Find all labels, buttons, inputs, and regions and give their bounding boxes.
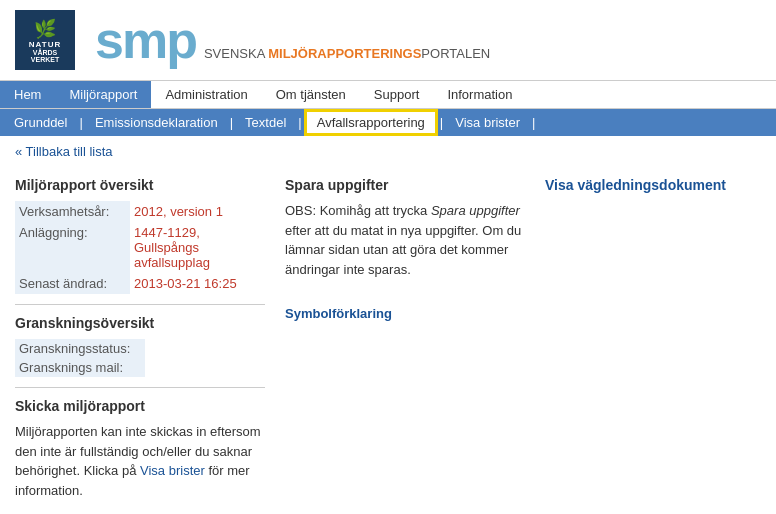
site-title: smp SVENSKA MILJÖRAPPORTERINGSPORTALEN <box>95 10 490 70</box>
tagline-before: SVENSKA <box>204 46 268 61</box>
subnav-grunddel[interactable]: Grunddel <box>4 109 77 136</box>
sub-nav: Grunddel | Emissionsdeklaration | Textde… <box>0 109 776 136</box>
logo-leaf: 🌿 <box>34 18 56 40</box>
anlaggning-value: 1447-1129, Gullspångs avfallsupplag <box>130 222 265 273</box>
logo-line2: VÅRDS <box>33 49 58 56</box>
granskningsstatus-value <box>145 339 265 358</box>
info-table: Verksamhetsår: 2012, version 1 Anläggnin… <box>15 201 265 294</box>
smp-text: smp <box>95 10 196 70</box>
anlaggning-label: Anläggning: <box>15 222 130 273</box>
tagline-after: PORTALEN <box>421 46 490 61</box>
separator-5: | <box>530 115 537 130</box>
tagline: SVENSKA MILJÖRAPPORTERINGSPORTALEN <box>204 46 490 61</box>
subnav-avfallsrapportering[interactable]: Avfallsrapportering <box>304 109 438 136</box>
anlaggning-row: Anläggning: 1447-1129, Gullspångs avfall… <box>15 222 265 273</box>
granskningsstatus-label: Granskningsstatus: <box>15 339 145 358</box>
gransknings-table: Granskningsstatus: Gransknings mail: <box>15 339 265 377</box>
right-column: Visa vägledningsdokument <box>545 177 761 500</box>
spara-italic: Spara uppgifter <box>431 203 520 218</box>
symbol-link[interactable]: Symbolförklaring <box>285 306 392 321</box>
granskningsmail-value <box>145 358 265 377</box>
back-link[interactable]: « Tillbaka till lista <box>15 144 113 159</box>
spara-text-1: OBS: Komihåg att trycka <box>285 203 431 218</box>
separator-1: | <box>77 115 84 130</box>
verksamhetsår-label: Verksamhetsår: <box>15 201 130 222</box>
verksamhetsår-row: Verksamhetsår: 2012, version 1 <box>15 201 265 222</box>
mid-column: Spara uppgifter OBS: Komihåg att trycka … <box>285 177 525 500</box>
separator-3: | <box>296 115 303 130</box>
logo-line1: NATUR <box>29 40 61 49</box>
tagline-highlight: MILJÖRAPPORTERINGS <box>268 46 421 61</box>
subnav-emissionsdeklaration[interactable]: Emissionsdeklaration <box>85 109 228 136</box>
section-miljorapport-title: Miljörapport översikt <box>15 177 265 193</box>
subnav-visa-brister[interactable]: Visa brister <box>445 109 530 136</box>
divider-1 <box>15 304 265 305</box>
logo: 🌿 NATUR VÅRDS VERKET <box>15 10 75 70</box>
divider-2 <box>15 387 265 388</box>
visa-vagledning-link[interactable]: Visa vägledningsdokument <box>545 177 726 193</box>
section-spara-title: Spara uppgifter <box>285 177 525 193</box>
main-content: Miljörapport översikt Verksamhetsår: 201… <box>0 167 776 510</box>
logo-line3: VERKET <box>31 56 59 63</box>
senast-row: Senast ändrad: 2013-03-21 16:25 <box>15 273 265 294</box>
spara-text-2: efter att du matat in nya uppgifter. Om … <box>285 223 521 277</box>
nav-item-omtjansten[interactable]: Om tjänsten <box>262 81 360 108</box>
send-text: Miljörapporten kan inte skickas in efter… <box>15 422 265 500</box>
separator-2: | <box>228 115 235 130</box>
section-skicka-title: Skicka miljörapport <box>15 398 265 414</box>
main-nav: Hem Miljörapport Administration Om tjäns… <box>0 80 776 109</box>
senast-label: Senast ändrad: <box>15 273 130 294</box>
nav-item-miljorapport[interactable]: Miljörapport <box>55 81 151 108</box>
nav-item-support[interactable]: Support <box>360 81 434 108</box>
senast-value: 2013-03-21 16:25 <box>130 273 265 294</box>
back-link-container: « Tillbaka till lista <box>0 136 776 167</box>
nav-item-hem[interactable]: Hem <box>0 81 55 108</box>
verksamhetsår-value: 2012, version 1 <box>130 201 265 222</box>
subnav-textdel[interactable]: Textdel <box>235 109 296 136</box>
send-visa-brister-link[interactable]: Visa brister <box>140 463 205 478</box>
header: 🌿 NATUR VÅRDS VERKET smp SVENSKA MILJÖRA… <box>0 0 776 80</box>
separator-4: | <box>438 115 445 130</box>
granskningsmail-row: Gransknings mail: <box>15 358 265 377</box>
spara-text: OBS: Komihåg att trycka Spara uppgifter … <box>285 201 525 279</box>
section-gransknings-title: Granskningsöversikt <box>15 315 265 331</box>
nav-item-administration[interactable]: Administration <box>151 81 261 108</box>
granskningsmail-label: Gransknings mail: <box>15 358 145 377</box>
nav-item-information[interactable]: Information <box>433 81 526 108</box>
left-column: Miljörapport översikt Verksamhetsår: 201… <box>15 177 265 500</box>
granskningsstatus-row: Granskningsstatus: <box>15 339 265 358</box>
